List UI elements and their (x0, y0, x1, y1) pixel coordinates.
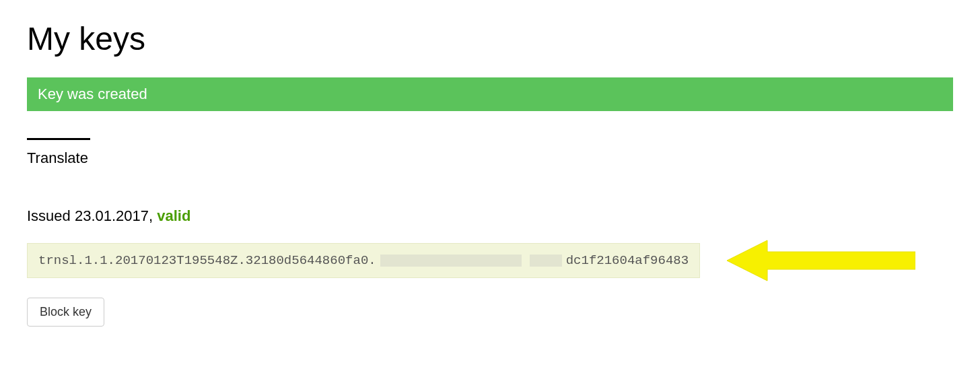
block-key-button[interactable]: Block key (27, 298, 104, 327)
svg-marker-0 (727, 240, 915, 281)
key-part2: dc1f21604af96483 (566, 253, 689, 268)
separator: , (149, 207, 157, 224)
issued-date: 23.01.2017 (75, 207, 149, 224)
key-meta: Issued 23.01.2017, valid (27, 207, 953, 225)
redacted-segment (380, 255, 522, 267)
status-badge: valid (157, 207, 190, 224)
tab-bar: Translate (27, 138, 953, 167)
key-part1: trnsl.1.1.20170123T195548Z.32180d5644860… (38, 253, 376, 268)
alert-success: Key was created (27, 77, 953, 111)
key-row: trnsl.1.1.20170123T195548Z.32180d5644860… (27, 237, 953, 284)
issued-prefix: Issued (27, 207, 75, 224)
arrow-left-icon (727, 237, 915, 284)
api-key-value[interactable]: trnsl.1.1.20170123T195548Z.32180d5644860… (27, 243, 700, 278)
tab-translate[interactable]: Translate (27, 138, 90, 167)
redacted-segment (530, 255, 562, 267)
page-title: My keys (27, 20, 953, 57)
arrow-annotation (727, 237, 915, 284)
